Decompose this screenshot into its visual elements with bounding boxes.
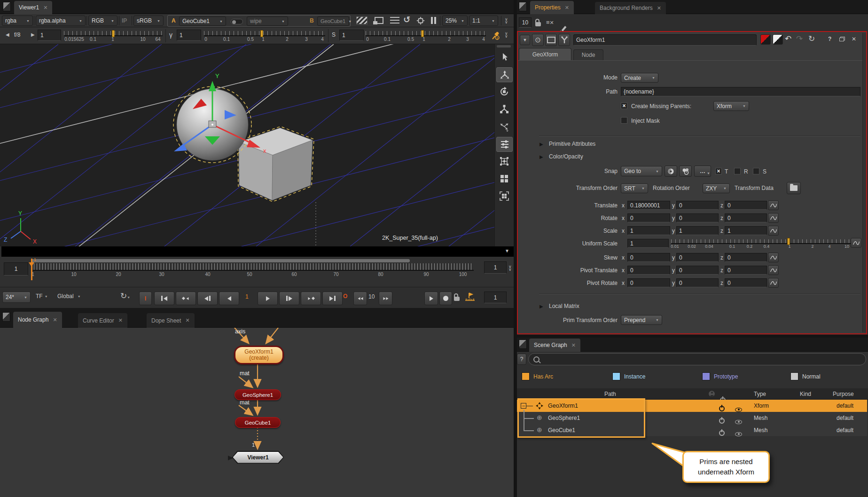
column-purpose[interactable]: Purpose bbox=[833, 391, 854, 397]
more-options-icon[interactable]: ∨∨ bbox=[505, 18, 508, 24]
tab-node-graph[interactable]: Node Graph✕ bbox=[13, 312, 62, 328]
transform-order-select[interactable]: SRT▼ bbox=[621, 183, 648, 193]
translate-z-input[interactable]: 0 bbox=[725, 201, 767, 210]
play-forward-button[interactable] bbox=[258, 292, 278, 305]
float-panel-icon[interactable] bbox=[839, 37, 845, 41]
jump-forward-button[interactable] bbox=[379, 292, 392, 305]
snap-s-checkbox[interactable] bbox=[753, 168, 759, 174]
range-start-input[interactable]: 1 bbox=[4, 262, 28, 276]
panel-scrollbar[interactable] bbox=[862, 33, 866, 332]
input-a-select[interactable]: GeoCube1▼ bbox=[179, 16, 226, 26]
column-type[interactable]: Type bbox=[754, 391, 766, 397]
goto-start-button[interactable] bbox=[154, 292, 174, 305]
tab-viewer1[interactable]: Viewer1 ✕ bbox=[14, 1, 52, 14]
row-active-icon[interactable] bbox=[719, 430, 725, 436]
saturation-input[interactable]: 1 bbox=[339, 30, 364, 41]
playback-frame-input[interactable]: 1 bbox=[484, 292, 507, 303]
pivot-rotate-x-input[interactable]: 0 bbox=[627, 278, 670, 287]
display-channels-select[interactable]: RGB▼ bbox=[88, 16, 117, 26]
proxy-mode-icon[interactable] bbox=[373, 17, 383, 24]
frame-hold-icon[interactable] bbox=[416, 16, 425, 25]
inject-mask-checkbox[interactable] bbox=[621, 117, 627, 124]
node-name-input[interactable]: GeoXform1 bbox=[573, 34, 757, 46]
node-viewer1[interactable]: Viewer1 bbox=[232, 451, 284, 464]
scanline-icon[interactable] bbox=[390, 17, 399, 24]
saturation-slider[interactable]: 0 0.1 0.5 1 2 3 4 bbox=[366, 31, 486, 36]
rotation-order-select[interactable]: ZXY▼ bbox=[703, 183, 730, 193]
node-color-swatch[interactable] bbox=[760, 34, 771, 45]
loop-mode-icon[interactable]: ↻▼ bbox=[120, 291, 130, 301]
close-icon[interactable]: ✕ bbox=[571, 343, 576, 348]
playhead[interactable] bbox=[31, 259, 32, 280]
lock-panels-icon[interactable] bbox=[535, 22, 541, 26]
skew-animation-button[interactable] bbox=[768, 252, 779, 262]
column-kind[interactable]: Kind bbox=[800, 391, 811, 397]
snap-options-button[interactable]: …▼ bbox=[694, 166, 711, 177]
wrench-icon[interactable] bbox=[558, 34, 570, 46]
sliders-tool-icon[interactable] bbox=[496, 137, 513, 152]
create-missing-parents-checkbox[interactable]: × bbox=[621, 103, 627, 109]
timeline-ruler[interactable]: 1 10 20 30 40 50 60 70 80 90 100 bbox=[31, 263, 475, 280]
row-active-icon[interactable] bbox=[719, 418, 725, 424]
node-geosphere1[interactable]: GeoSphere1 bbox=[235, 389, 281, 400]
snap-translate-icon-button[interactable] bbox=[665, 166, 677, 177]
range-mode-select[interactable]: Global▼ bbox=[57, 293, 81, 300]
redo-icon[interactable]: ↷ bbox=[796, 34, 803, 44]
scene-help-button[interactable]: ? bbox=[517, 354, 526, 365]
main-splitter[interactable] bbox=[514, 0, 517, 497]
prev-keyframe-button[interactable] bbox=[176, 292, 196, 305]
local-matrix-label[interactable]: Local Matrix bbox=[549, 303, 579, 309]
pane-drag-handle[interactable] bbox=[2, 312, 10, 322]
close-all-panels-icon[interactable]: ≡✕ bbox=[546, 19, 554, 26]
pause-icon[interactable] bbox=[431, 17, 436, 24]
rotate-y-input[interactable]: 0 bbox=[676, 213, 719, 222]
snap-select[interactable]: Geo to▼ bbox=[621, 166, 662, 176]
translate-x-input[interactable]: 0.18000001 bbox=[627, 201, 670, 210]
rotate-x-input[interactable]: 0 bbox=[627, 213, 670, 222]
frame-step-value[interactable]: 10 bbox=[368, 293, 375, 300]
jump-back-button[interactable] bbox=[353, 292, 367, 305]
tf-select[interactable]: TF▼ bbox=[36, 293, 48, 300]
input-process-toggle[interactable]: IP bbox=[122, 17, 127, 24]
node-geocube1[interactable]: GeoCube1 bbox=[235, 417, 281, 428]
viewer-lut-select[interactable]: sRGB▼ bbox=[133, 16, 164, 26]
uniform-scale-animation-button[interactable] bbox=[851, 238, 861, 248]
goto-end-button[interactable] bbox=[322, 292, 343, 305]
gain-slider[interactable]: 0.015625 0.1 1 10 64 bbox=[64, 31, 163, 36]
play-backward-button[interactable] bbox=[219, 292, 239, 305]
pivot-rotate-animation-button[interactable] bbox=[768, 278, 779, 288]
frame-range-flag-icon[interactable] bbox=[464, 292, 476, 302]
geocube-object[interactable] bbox=[238, 126, 314, 202]
skew-y-input[interactable]: 0 bbox=[676, 253, 719, 262]
monitor-output-button[interactable] bbox=[545, 34, 557, 46]
scale-animation-button[interactable] bbox=[768, 226, 779, 236]
column-path[interactable]: Path bbox=[604, 391, 616, 397]
select-tool-icon[interactable] bbox=[496, 50, 512, 64]
primitive-attributes-label[interactable]: Primitive Attributes bbox=[549, 141, 595, 147]
pane-drag-handle[interactable] bbox=[3, 2, 11, 11]
set-in-point-button[interactable]: I bbox=[139, 292, 152, 305]
edge-mat-to-cube[interactable] bbox=[239, 405, 252, 415]
wipe-toggle[interactable] bbox=[231, 19, 243, 24]
tab-dope-sheet[interactable]: Dope Sheet✕ bbox=[147, 313, 195, 328]
close-icon[interactable]: ✕ bbox=[657, 6, 661, 11]
pane-drag-handle[interactable] bbox=[519, 339, 527, 349]
close-icon[interactable]: ✕ bbox=[43, 5, 47, 10]
panel-collapse-button[interactable]: ▼ bbox=[520, 35, 530, 45]
grid-warp-tool-icon[interactable] bbox=[496, 172, 512, 186]
center-in-nodegraph-button[interactable]: ⊙ bbox=[532, 34, 544, 46]
tab-background-renders[interactable]: Background Renders ✕ bbox=[595, 2, 666, 14]
row-active-icon[interactable] bbox=[719, 406, 725, 411]
disclosure-icon[interactable]: ▶ bbox=[540, 154, 543, 159]
close-icon[interactable]: ✕ bbox=[185, 318, 189, 323]
next-keyframe-button[interactable] bbox=[301, 292, 321, 305]
gizmo-y-arrow[interactable] bbox=[209, 81, 216, 91]
range-end-input[interactable]: 1 bbox=[484, 261, 507, 274]
viewport-3d[interactable]: Y x Y Z X 2K_Super_35(full-ap) bbox=[0, 44, 494, 246]
color-opacity-label[interactable]: Color/Opacity bbox=[549, 153, 583, 160]
disclosure-icon[interactable]: ▶ bbox=[540, 142, 543, 147]
close-icon[interactable]: ✕ bbox=[565, 5, 569, 10]
gamma-slider[interactable]: 0 0.1 0.5 1 2 3 4 bbox=[204, 31, 325, 36]
gamma-input[interactable]: 1 bbox=[177, 30, 201, 41]
snap-r-checkbox[interactable] bbox=[734, 168, 741, 174]
